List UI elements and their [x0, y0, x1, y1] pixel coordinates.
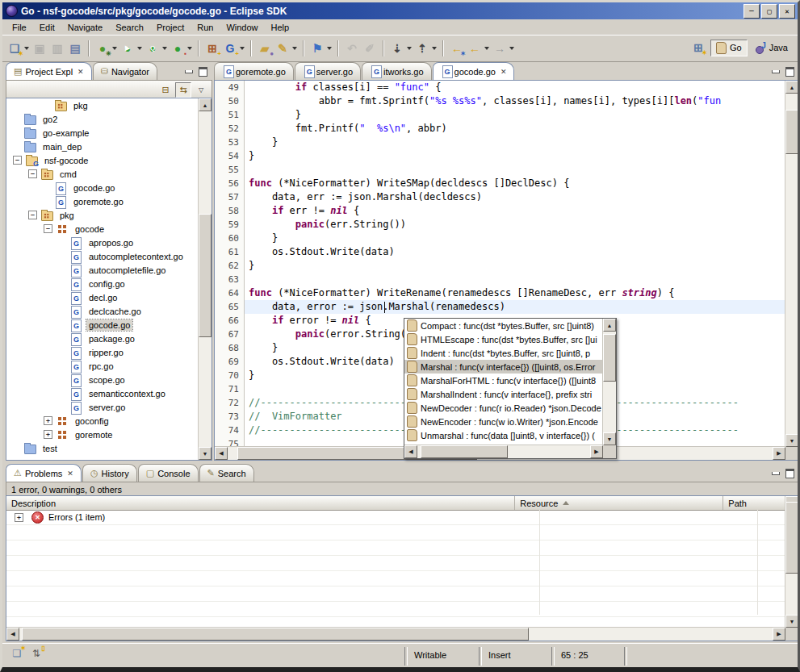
link-with-editor-button[interactable]: ⇆: [175, 82, 191, 98]
column-header-resource[interactable]: Resource: [515, 496, 723, 510]
forward-button[interactable]: →: [491, 39, 516, 58]
popup-item-newdecoder[interactable]: NewDecoder : func(r io.Reader) *json.Dec…: [404, 401, 603, 415]
tree-item-goremote-go[interactable]: Ggoremote.go: [6, 194, 199, 208]
pin-editor-button[interactable]: ↶: [343, 39, 361, 58]
popup-item-marshalforhtml[interactable]: MarshalForHTML : func(v interface{}) ([]…: [404, 374, 603, 387]
new-wizard-button[interactable]: ❏✶: [6, 39, 31, 58]
collapse-icon[interactable]: −: [13, 156, 22, 165]
close-icon[interactable]: ✕: [67, 470, 73, 478]
view-tab-problems[interactable]: ⚠Problems✕: [6, 464, 82, 482]
menu-search[interactable]: Search: [109, 21, 150, 34]
popup-item-marshal[interactable]: Marshal : func(v interface{}) ([]uint8, …: [404, 360, 603, 374]
scrollbar-thumb[interactable]: [421, 445, 508, 458]
perspective-java[interactable]: Java: [751, 41, 793, 55]
scrollbar-thumb[interactable]: [199, 214, 212, 336]
minimize-view-button[interactable]: [769, 468, 781, 478]
tree-item-scope-go[interactable]: Gscope.go: [6, 373, 199, 386]
scroll-right-arrow-icon[interactable]: ▶: [773, 628, 785, 641]
problems-vertical-scrollbar[interactable]: ▲▼: [785, 496, 798, 628]
window-maximize-button[interactable]: ▢: [761, 4, 777, 19]
scroll-down-arrow-icon[interactable]: ▼: [603, 432, 616, 445]
expand-icon[interactable]: +: [44, 416, 52, 425]
column-header-path[interactable]: Path: [723, 496, 785, 510]
open-perspective-button[interactable]: ⊞✶: [689, 38, 707, 57]
minimize-view-button[interactable]: [182, 66, 195, 77]
column-header-description[interactable]: Description: [6, 496, 515, 510]
editor-tab-server-go[interactable]: Gserver.go: [295, 62, 361, 80]
save-all-button[interactable]: ▥: [48, 39, 66, 58]
close-icon[interactable]: ✕: [77, 68, 84, 76]
tree-item-pkg[interactable]: −pkg: [6, 208, 199, 222]
format-brush-button[interactable]: ✐: [361, 39, 379, 58]
tree-item-goconfig[interactable]: +goconfig: [6, 414, 199, 428]
collapse-icon[interactable]: −: [28, 211, 37, 219]
scrollbar-thumb[interactable]: [785, 502, 798, 574]
expand-icon[interactable]: +: [15, 513, 23, 522]
tree-item-nsf-gocode[interactable]: −Gnsf-gocode: [6, 153, 199, 167]
tree-item-go-example[interactable]: go-example: [6, 126, 199, 140]
tree-item-gocode[interactable]: −gocode: [6, 222, 199, 236]
profile-button[interactable]: ●▪: [169, 39, 194, 58]
popup-horizontal-scrollbar[interactable]: ◀▶: [404, 445, 603, 458]
tree-item-goremote[interactable]: +goremote: [6, 428, 199, 441]
tree-item-config-go[interactable]: Gconfig.go: [6, 277, 199, 290]
search-torch-button[interactable]: ✎: [274, 39, 299, 58]
new-go-app-button[interactable]: G+: [221, 39, 246, 58]
popup-item-compact[interactable]: Compact : func(dst *bytes.Buffer, src []…: [404, 319, 603, 332]
scrollbar-thumb[interactable]: [22, 628, 528, 641]
collapse-all-button[interactable]: ⊟: [158, 83, 173, 97]
menu-navigate[interactable]: Navigate: [61, 21, 109, 34]
window-close-button[interactable]: ✕: [779, 4, 795, 19]
tree-item-server-go[interactable]: Gserver.go: [6, 400, 199, 414]
popup-item-indent[interactable]: Indent : func(dst *bytes.Buffer, src []u…: [404, 346, 603, 360]
problems-horizontal-scrollbar[interactable]: ◀▶: [6, 627, 785, 641]
problem-group-row[interactable]: +✕Errors (1 item): [6, 510, 785, 525]
scroll-up-arrow-icon[interactable]: ▲: [603, 319, 616, 332]
scrollbar-thumb[interactable]: [603, 334, 616, 382]
collapse-icon[interactable]: −: [28, 169, 37, 178]
last-edit-location-button[interactable]: ←✶: [448, 39, 466, 58]
expand-icon[interactable]: +: [44, 430, 52, 439]
editor-vertical-scrollbar[interactable]: ▲▼: [785, 81, 798, 447]
back-button[interactable]: ←: [466, 39, 491, 58]
tree-item-autocompletefile-go[interactable]: Gautocompletefile.go: [6, 263, 199, 277]
annotations-icon[interactable]: ⇅▯: [30, 647, 43, 660]
scroll-right-arrow-icon[interactable]: ▶: [773, 447, 785, 460]
scroll-down-arrow-icon[interactable]: ▼: [199, 447, 212, 460]
maximize-view-button[interactable]: [784, 66, 796, 77]
close-icon[interactable]: ✕: [501, 68, 507, 76]
tree-item-decl-go[interactable]: Gdecl.go: [6, 290, 199, 304]
scrollbar-thumb[interactable]: [785, 110, 798, 153]
tree-item-go2[interactable]: go2: [6, 112, 199, 126]
editor-tab-goremote-go[interactable]: Ggoremote.go: [214, 62, 294, 80]
tree-item-apropos-go[interactable]: Gapropos.go: [6, 236, 199, 249]
popup-item-marshalindent[interactable]: MarshalIndent : func(v interface{}, pref…: [404, 387, 603, 401]
menu-window[interactable]: Window: [220, 21, 264, 34]
popup-item-unmarshal[interactable]: Unmarshal : func(data []uint8, v interfa…: [404, 428, 603, 442]
tree-item-test[interactable]: test: [6, 441, 199, 455]
editor-tab-gocode-go[interactable]: Ggocode.go✕: [433, 62, 515, 80]
perspective-go[interactable]: Go: [710, 40, 748, 56]
tree-item-autocompletecontext-go[interactable]: Gautocompletecontext.go: [6, 249, 199, 263]
minimize-view-button[interactable]: [769, 66, 781, 77]
tree-item-gocode-go[interactable]: Ggocode.go: [6, 318, 199, 332]
popup-item-newencoder[interactable]: NewEncoder : func(w io.Writer) *json.Enc…: [404, 415, 603, 428]
menu-edit[interactable]: Edit: [33, 21, 61, 34]
tree-item-package-go[interactable]: Gpackage.go: [6, 332, 199, 345]
view-tab-search[interactable]: ✎Search: [199, 464, 254, 482]
view-tab-console[interactable]: ▢Console: [138, 464, 199, 482]
scroll-left-arrow-icon[interactable]: ◀: [6, 628, 19, 641]
open-resource-button[interactable]: ▰●: [256, 39, 274, 58]
scroll-down-arrow-icon[interactable]: ▼: [785, 434, 798, 447]
view-tab-history[interactable]: ◷History: [82, 464, 137, 482]
save-button[interactable]: ▣: [31, 39, 48, 58]
scroll-left-arrow-icon[interactable]: ◀: [215, 447, 228, 460]
tree-item-semanticcontext-go[interactable]: Gsemanticcontext.go: [6, 386, 199, 400]
maximize-view-button[interactable]: [784, 468, 796, 478]
scroll-down-arrow-icon[interactable]: ▼: [785, 615, 798, 628]
new-package-button[interactable]: ⊞+: [203, 39, 221, 58]
scroll-left-arrow-icon[interactable]: ◀: [404, 445, 417, 458]
view-menu-button[interactable]: ▽: [194, 83, 208, 97]
view-tab-navigator[interactable]: ⛁Navigator: [93, 62, 157, 80]
tree-item-ripper-go[interactable]: Gripper.go: [6, 345, 199, 359]
